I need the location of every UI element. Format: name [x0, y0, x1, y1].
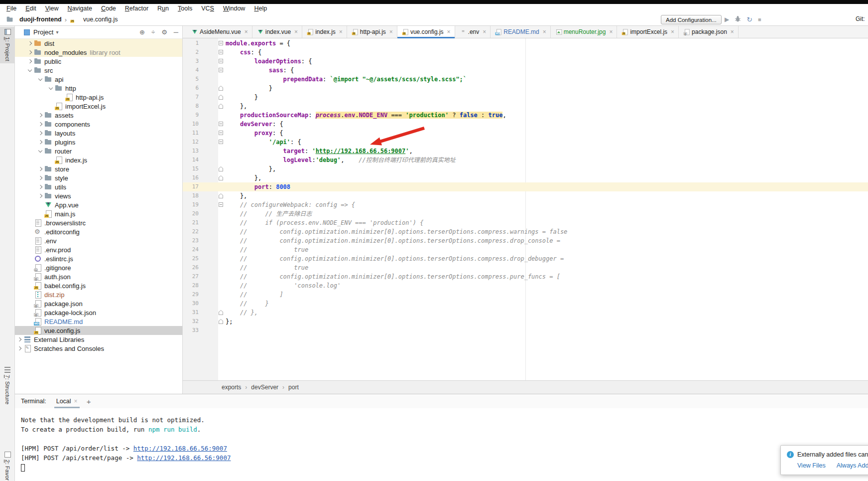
tree-item-.env.prod[interactable]: .env.prod	[15, 245, 182, 254]
always-add-link[interactable]: Always Add	[837, 462, 868, 469]
tool-stripe-project[interactable]: 1: Project	[0, 27, 15, 63]
tab-.env[interactable]: .env×	[455, 26, 491, 38]
terminal-link[interactable]: http://192.168.66.56:9007	[137, 454, 231, 462]
tab-importExcel.js[interactable]: JSimportExcel.js×	[617, 26, 679, 38]
chevron-collapsed-icon[interactable]	[26, 48, 34, 57]
tree-item-App.vue[interactable]: App.vue	[15, 200, 182, 209]
menu-window[interactable]: Window	[219, 4, 249, 13]
tree-item-public[interactable]: public	[15, 57, 182, 66]
code-line-10[interactable]: 10 devServer: {	[183, 120, 868, 129]
add-configuration-button[interactable]: Add Configuration...	[661, 15, 722, 24]
menu-code[interactable]: Code	[97, 4, 121, 13]
code-line-29[interactable]: 29 // ]	[183, 290, 868, 299]
code-line-33[interactable]: 33	[183, 326, 868, 335]
chevron-down-icon[interactable]: ▾	[56, 29, 58, 35]
tree-item-src[interactable]: src	[15, 66, 182, 75]
fold-marker[interactable]	[219, 131, 223, 135]
chevron-expanded-icon[interactable]	[47, 84, 55, 93]
fold-marker[interactable]	[219, 41, 223, 45]
chevron-collapsed-icon[interactable]	[26, 57, 34, 66]
terminal-tab-close-icon[interactable]: ×	[74, 398, 78, 405]
terminal-link[interactable]: http://192.168.66.56:9007	[133, 445, 227, 452]
close-icon[interactable]: ×	[543, 29, 546, 35]
menu-vcs[interactable]: VCS	[197, 4, 219, 13]
tree-item-.eslintrc.js[interactable]: .eslintrc.js	[15, 254, 182, 263]
tree-item-components[interactable]: components	[15, 120, 182, 129]
code-line-3[interactable]: 3 loaderOptions: {	[183, 57, 868, 66]
code-line-25[interactable]: 25 // config.optimization.minimizer[0].o…	[183, 254, 868, 263]
new-terminal-session-icon[interactable]: +	[87, 397, 91, 406]
breadcrumb-exports[interactable]: exports	[222, 384, 241, 391]
fold-marker[interactable]	[219, 50, 223, 54]
refresh-icon[interactable]: ↻	[746, 15, 752, 23]
breadcrumb-project[interactable]: duoji-frontend	[19, 16, 62, 23]
close-icon[interactable]: ×	[447, 29, 451, 35]
chevron-collapsed-icon[interactable]	[36, 111, 44, 120]
chevron-collapsed-icon[interactable]	[15, 335, 23, 344]
tree-item-importExcel.js[interactable]: JSimportExcel.js	[15, 102, 182, 111]
hide-panel-icon[interactable]: ─	[174, 28, 178, 36]
tab-package.json[interactable]: {}package.json×	[679, 26, 739, 38]
tab-menuRouter.jpg[interactable]: menuRouter.jpg×	[551, 26, 618, 38]
tree-item-node_modules[interactable]: node_moduleslibrary root	[15, 48, 182, 57]
code-line-2[interactable]: 2 css: {	[183, 48, 868, 57]
code-line-30[interactable]: 30 // }	[183, 299, 868, 308]
menu-edit[interactable]: Edit	[21, 4, 41, 13]
tree-item-README.md[interactable]: MDREADME.md	[15, 317, 182, 326]
menu-tools[interactable]: Tools	[173, 4, 197, 13]
menu-file[interactable]: File	[2, 4, 21, 13]
tab-vue.config.js[interactable]: JSvue.config.js×	[397, 26, 455, 38]
tree-item-auth.json[interactable]: {}auth.json	[15, 272, 182, 281]
chevron-collapsed-icon[interactable]	[36, 120, 44, 129]
code-line-4[interactable]: 4 sass: {	[183, 66, 868, 75]
code-line-13[interactable]: 13 target: 'http://192.168.66.56:9007',	[183, 147, 868, 156]
tree-item-http-api.js[interactable]: JShttp-api.js	[15, 93, 182, 102]
close-icon[interactable]: ×	[671, 29, 674, 35]
code-line-14[interactable]: 14 logLevel:'debug', //控制台终端打印代理前的真实地址	[183, 156, 868, 164]
code-editor[interactable]: 1module.exports = {2 css: {3 loaderOptio…	[183, 38, 868, 380]
chevron-collapsed-icon[interactable]	[36, 129, 44, 138]
code-line-21[interactable]: 21 // if (process.env.NODE_ENV === 'prod…	[183, 218, 868, 227]
code-line-7[interactable]: 7 }	[183, 93, 868, 102]
terminal-cursor[interactable]	[21, 464, 25, 472]
tree-item-package.json[interactable]: {}package.json	[15, 299, 182, 308]
tree-item-.gitignore[interactable]: ⦸.gitignore	[15, 263, 182, 272]
code-line-28[interactable]: 28 // 'console.log'	[183, 281, 868, 290]
code-line-27[interactable]: 27 // config.optimization.minimizer[0].o…	[183, 272, 868, 281]
code-line-12[interactable]: 12 '/api': {	[183, 138, 868, 147]
tree-item-main.js[interactable]: JSmain.js	[15, 209, 182, 218]
tree-item-Scratches and Consoles[interactable]: Scratches and Consoles	[15, 344, 182, 353]
close-icon[interactable]: ×	[339, 29, 343, 35]
chevron-collapsed-icon[interactable]	[15, 344, 23, 353]
chevron-collapsed-icon[interactable]	[36, 164, 44, 173]
code-line-1[interactable]: 1module.exports = {	[183, 39, 868, 48]
tree-item-dist[interactable]: dist	[15, 39, 182, 48]
close-icon[interactable]: ×	[609, 29, 613, 35]
code-line-15[interactable]: 15 },	[183, 164, 868, 173]
tree-item-assets[interactable]: assets	[15, 111, 182, 120]
close-icon[interactable]: ×	[731, 29, 734, 35]
tool-stripe-structure[interactable]: 7: Structure	[0, 365, 15, 406]
breadcrumb-file[interactable]: vue.config.js	[83, 16, 118, 23]
chevron-expanded-icon[interactable]	[36, 147, 44, 156]
terminal-output[interactable]: Note that the development build is not o…	[15, 408, 868, 472]
menu-refactor[interactable]: Refactor	[121, 4, 153, 13]
close-icon[interactable]: ×	[245, 29, 248, 35]
chevron-collapsed-icon[interactable]	[36, 182, 44, 191]
tab-AsideMenu.vue[interactable]: AsideMenu.vue×	[187, 26, 252, 38]
code-line-24[interactable]: 24 // true	[183, 245, 868, 254]
tab-http-api.js[interactable]: JShttp-api.js×	[347, 26, 397, 38]
chevron-collapsed-icon[interactable]	[36, 173, 44, 182]
tree-item-api[interactable]: api	[15, 75, 182, 84]
code-line-22[interactable]: 22 // config.optimization.minimizer[0].o…	[183, 227, 868, 236]
project-tree[interactable]: distnode_moduleslibrary rootpublicsrcapi…	[15, 39, 182, 394]
gear-icon[interactable]: ⚙	[161, 28, 167, 36]
fold-marker[interactable]	[219, 140, 223, 144]
tab-index.js[interactable]: JSindex.js×	[302, 26, 347, 38]
stop-icon[interactable]: ■	[758, 16, 761, 22]
tree-item-index.js[interactable]: JSindex.js	[15, 156, 182, 164]
tree-item-.browserslistrc[interactable]: .browserslistrc	[15, 218, 182, 227]
tree-item-store[interactable]: store	[15, 164, 182, 173]
tree-item-package-lock.json[interactable]: {}package-lock.json	[15, 308, 182, 317]
chevron-expanded-icon[interactable]	[26, 66, 34, 75]
